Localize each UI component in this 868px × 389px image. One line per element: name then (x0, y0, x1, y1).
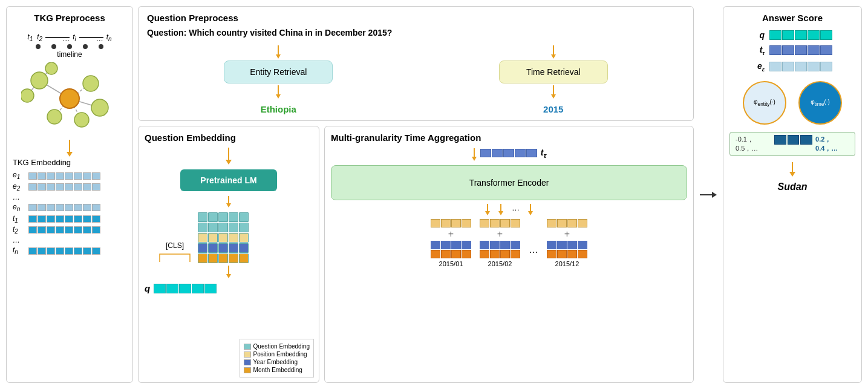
t2-embed-row: t2 (13, 225, 126, 235)
score-output-row: -0.1，0.5，… 0.2，0.4，… (729, 132, 855, 156)
t1-label: t1 (27, 33, 33, 42)
q-cells (154, 284, 217, 293)
e1-row: e1 (13, 171, 126, 180)
q-score-label: q (752, 30, 765, 40)
score-negative: -0.1，0.5，… (734, 135, 773, 153)
orange-bar-3 (547, 219, 587, 227)
legend-label-question: Question Embedding (253, 343, 310, 350)
t1-embed-row: t1 (13, 214, 126, 224)
legend-question: Question Embedding (244, 343, 310, 350)
timeline-label: timeline (57, 50, 82, 59)
transformer-encoder-box: Transformer Encoder (331, 165, 687, 200)
eeps-score-cells (769, 62, 832, 71)
time-retrieval-col: Time Retrieval 2015 (422, 44, 685, 114)
svg-point-11 (91, 99, 108, 116)
ttau-score-label: tτ (752, 45, 765, 56)
q-output-row: q (145, 283, 313, 293)
tkg-embedding-section: e1 e2 (13, 169, 126, 257)
token-grid (198, 212, 249, 263)
date-label-2: 2015/02 (488, 260, 512, 267)
ttau-score-cells (769, 45, 832, 55)
cls-label: [CLS] (166, 241, 184, 250)
time-col-dots: … (529, 232, 538, 267)
svg-point-7 (60, 89, 79, 108)
eeps-score-row: eε (752, 61, 832, 73)
tkg-arrow (67, 140, 73, 157)
qembed-title: Question Embedding (145, 132, 313, 143)
question-preprocess-title: Question Preprocess (147, 13, 685, 23)
entity-retrieval-col: Entity Retrieval Ethiopia (147, 44, 410, 114)
question-content: Which country visited China in in Decemb… (189, 28, 392, 38)
t-arrow-1 (485, 204, 490, 215)
e-dots-row: … (13, 193, 126, 201)
qembed-arrow-in (145, 148, 313, 165)
phi-time-text: φtime(·) (811, 99, 830, 107)
mgta-title: Multi-granularity Time Aggregation (331, 132, 687, 143)
timeline-row: t1 t2 … ti … tn (27, 33, 111, 42)
q-arrow (145, 266, 313, 278)
answer-arrow (789, 162, 795, 177)
t-tau-cells (480, 149, 537, 157)
svg-point-12 (74, 113, 89, 127)
tkg-title: TKG Preprocess (34, 13, 105, 23)
ttau-score-row: tτ (752, 45, 832, 56)
eeps-score-label: eε (752, 61, 765, 73)
phi-entity-text: φentity(·) (754, 99, 775, 107)
question-text: Question: Which country visited China in… (147, 28, 685, 38)
t-tau-label: tτ (541, 148, 546, 159)
legend-color-year (244, 359, 251, 365)
phi-entity-circle: φentity(·) (743, 81, 786, 125)
svg-point-9 (47, 110, 62, 124)
blue-bar-2a (480, 241, 520, 249)
answer-label: Sudan (778, 181, 808, 192)
en-row: en (13, 203, 126, 212)
question-preprocess-panel: Question Preprocess Question: Which coun… (138, 6, 694, 121)
mgta-panel: Multi-granularity Time Aggregation (324, 126, 694, 383)
svg-point-14 (45, 62, 57, 74)
answer-score-panel: Answer Score q tτ eε (723, 6, 862, 383)
time-embed-row: + (331, 219, 687, 267)
orange-bar-1 (431, 219, 471, 227)
question-embedding-panel: Question Embedding Pretrained LM (138, 126, 319, 383)
pretrained-arrow (145, 196, 313, 208)
transformer-arrows: … (331, 204, 687, 215)
tkg-panel: TKG Preprocess t1 t2 … ti … tn (6, 6, 133, 383)
q-label: q (145, 283, 150, 293)
svg-point-8 (31, 72, 48, 89)
legend-label-year: Year Embedding (253, 359, 298, 365)
blue-bar-3a (547, 241, 587, 249)
q-score-row: q (752, 30, 832, 40)
ti-label: ti (73, 33, 76, 42)
middle-area: Question Preprocess Question: Which coun… (138, 6, 694, 383)
svg-point-10 (83, 76, 99, 91)
tkg-graph (21, 62, 118, 135)
legend-label-month: Month Embedding (253, 367, 302, 373)
tn-label: tn (106, 33, 112, 42)
time-col-2: + (480, 219, 520, 267)
middle-bottom: Question Embedding Pretrained LM (138, 126, 694, 383)
ttau-top-row: tτ (331, 148, 687, 162)
legend-color-position (244, 351, 251, 358)
phi-time-circle: φtime(·) (798, 81, 842, 125)
entity-result: Ethiopia (261, 104, 296, 114)
question-label: Question: (147, 28, 186, 38)
time-arrow-in (551, 45, 556, 59)
orange-bar-2 (480, 219, 520, 227)
legend-month: Month Embedding (244, 367, 310, 373)
q-score-cells (769, 30, 832, 40)
t2-label: t2 (37, 33, 42, 42)
legend-color-question (244, 344, 251, 350)
t-dots-row: … (13, 236, 126, 244)
date-label-1: 2015/01 (439, 260, 463, 267)
time-col-3: + (547, 219, 587, 267)
main-horiz-arrow (700, 192, 717, 198)
tn-embed-row: tn (13, 246, 126, 255)
retrieval-row: Entity Retrieval Ethiopia Time Retrieval (147, 44, 685, 114)
date-label-3: 2015/12 (555, 260, 579, 267)
time-arrow-out (551, 85, 556, 99)
entity-arrow-out (276, 85, 281, 99)
legend-label-position: Position Embedding (253, 351, 307, 358)
phi-row: φentity(·) φtime(·) (743, 81, 842, 125)
score-positive: 0.2，0.4，… (814, 135, 851, 153)
cls-grid-area: [CLS] (157, 212, 313, 263)
